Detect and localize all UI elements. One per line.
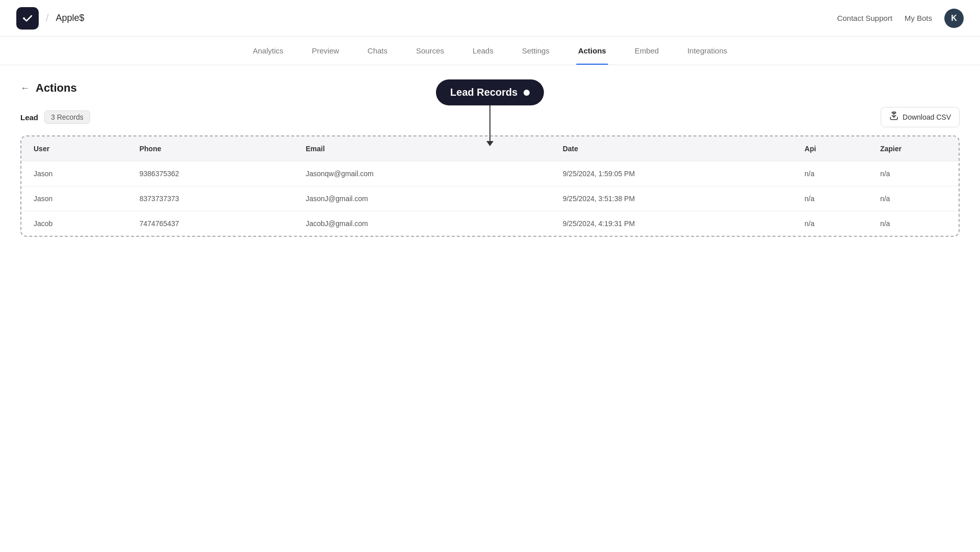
breadcrumb-separator: /: [46, 12, 49, 24]
cell-zapier-1: n/a: [868, 186, 959, 211]
cell-user-0: Jason: [21, 161, 127, 186]
records-table-container: User Phone Email Date Api Zapier Jason 9…: [20, 135, 960, 237]
nav-item-preview[interactable]: Preview: [310, 37, 341, 65]
navigation: Analytics Preview Chats Sources Leads Se…: [0, 37, 980, 65]
col-header-api: Api: [793, 136, 868, 161]
cell-user-1: Jason: [21, 186, 127, 211]
cell-phone-1: 8373737373: [127, 186, 293, 211]
tooltip-line: [489, 105, 491, 142]
cell-phone-0: 9386375362: [127, 161, 293, 186]
cell-email-0: Jasonqw@gmail.com: [293, 161, 551, 186]
download-csv-label: Download CSV: [903, 113, 951, 121]
main-content: Lead Records ← Actions Lead 3 Records Do…: [0, 65, 980, 253]
records-table: User Phone Email Date Api Zapier Jason 9…: [21, 136, 959, 236]
col-header-date: Date: [551, 136, 793, 161]
records-badge: 3 Records: [44, 111, 90, 124]
table-row: Jason 9386375362 Jasonqw@gmail.com 9/25/…: [21, 161, 959, 186]
my-bots-link[interactable]: My Bots: [905, 14, 932, 22]
header: / Apple$ Contact Support My Bots K: [0, 0, 980, 37]
cell-zapier-0: n/a: [868, 161, 959, 186]
cell-email-1: JasonJ@gmail.com: [293, 186, 551, 211]
app-name: Apple$: [56, 13, 85, 23]
header-left: / Apple$: [16, 7, 85, 30]
nav-item-actions[interactable]: Actions: [576, 37, 608, 65]
nav-item-chats[interactable]: Chats: [366, 37, 390, 65]
cell-date-1: 9/25/2024, 3:51:38 PM: [551, 186, 793, 211]
nav-item-sources[interactable]: Sources: [414, 37, 446, 65]
download-icon: [889, 112, 899, 123]
table-row: Jacob 7474765437 JacobJ@gmail.com 9/25/2…: [21, 211, 959, 236]
cell-api-1: n/a: [793, 186, 868, 211]
col-header-user: User: [21, 136, 127, 161]
cell-zapier-2: n/a: [868, 211, 959, 236]
nav-item-leads[interactable]: Leads: [471, 37, 496, 65]
cell-date-0: 9/25/2024, 1:59:05 PM: [551, 161, 793, 186]
cell-email-2: JacobJ@gmail.com: [293, 211, 551, 236]
page-title: Actions: [36, 81, 77, 95]
contact-support-link[interactable]: Contact Support: [837, 14, 892, 22]
table-row: Jason 8373737373 JasonJ@gmail.com 9/25/2…: [21, 186, 959, 211]
download-csv-button[interactable]: Download CSV: [881, 107, 960, 127]
lead-records-tooltip: Lead Records: [436, 79, 544, 146]
avatar[interactable]: K: [944, 9, 964, 28]
lead-bar-left: Lead 3 Records: [20, 111, 90, 124]
logo-icon[interactable]: [16, 7, 39, 30]
svg-point-0: [23, 17, 25, 19]
tooltip-dot-icon: [524, 90, 530, 96]
back-button[interactable]: ←: [20, 83, 30, 94]
nav-item-embed[interactable]: Embed: [633, 37, 661, 65]
cell-date-2: 9/25/2024, 4:19:31 PM: [551, 211, 793, 236]
cell-api-0: n/a: [793, 161, 868, 186]
nav-item-integrations[interactable]: Integrations: [685, 37, 729, 65]
col-header-zapier: Zapier: [868, 136, 959, 161]
header-right: Contact Support My Bots K: [837, 9, 964, 28]
cell-user-2: Jacob: [21, 211, 127, 236]
nav-item-settings[interactable]: Settings: [520, 37, 552, 65]
cell-phone-2: 7474765437: [127, 211, 293, 236]
lead-label: Lead: [20, 113, 38, 122]
col-header-phone: Phone: [127, 136, 293, 161]
tooltip-arrow-icon: [486, 141, 494, 146]
tooltip-label: Lead Records: [450, 87, 518, 98]
tooltip-bubble: Lead Records: [436, 79, 544, 105]
cell-api-2: n/a: [793, 211, 868, 236]
nav-item-analytics[interactable]: Analytics: [251, 37, 285, 65]
